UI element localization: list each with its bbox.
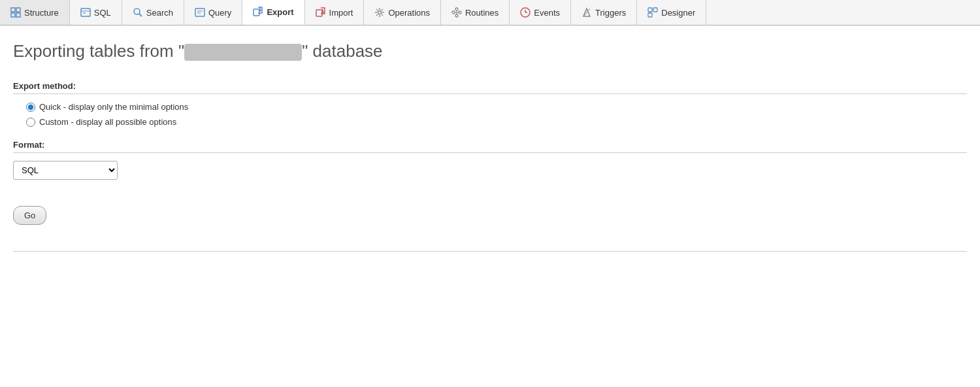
- operations-icon: [374, 7, 385, 18]
- tab-query[interactable]: Query: [184, 0, 242, 25]
- svg-line-8: [139, 14, 142, 16]
- tab-structure-label: Structure: [24, 8, 59, 18]
- radio-quick[interactable]: Quick - display only the minimal options: [26, 102, 967, 112]
- svg-point-7: [134, 8, 140, 14]
- tab-triggers-label: Triggers: [595, 8, 626, 18]
- sql-icon: [80, 7, 91, 18]
- export-method-radio-group: Quick - display only the minimal options…: [13, 102, 967, 127]
- svg-rect-2: [11, 13, 15, 17]
- events-icon: [520, 7, 531, 18]
- tab-operations-label: Operations: [388, 8, 430, 18]
- export-method-header: Export method:: [13, 81, 967, 94]
- main-content: Exporting tables from "" database Export…: [0, 25, 980, 252]
- bottom-divider: [13, 251, 967, 252]
- search-icon: [133, 7, 143, 18]
- tab-sql-label: SQL: [94, 8, 111, 18]
- svg-rect-4: [81, 8, 90, 16]
- svg-rect-3: [16, 13, 20, 17]
- designer-icon: [647, 7, 658, 18]
- tab-import-label: Import: [329, 8, 353, 18]
- tab-search-label: Search: [146, 8, 173, 18]
- tab-routines[interactable]: Routines: [441, 0, 510, 25]
- radio-custom-input[interactable]: [26, 118, 35, 127]
- format-header: Format:: [13, 140, 967, 153]
- import-icon: [316, 7, 326, 18]
- tab-events[interactable]: Events: [510, 0, 571, 25]
- svg-point-27: [459, 11, 461, 14]
- tab-sql[interactable]: SQL: [70, 0, 122, 25]
- tab-designer-label: Designer: [661, 8, 695, 18]
- structure-icon: [10, 7, 21, 18]
- title-prefix: Exporting tables from ": [13, 41, 184, 61]
- svg-point-25: [452, 11, 455, 14]
- tab-bar: Structure SQL Search Query Expor: [0, 0, 980, 25]
- svg-line-23: [382, 9, 383, 10]
- radio-quick-input[interactable]: [26, 103, 35, 112]
- svg-point-16: [378, 11, 382, 14]
- tab-search[interactable]: Search: [122, 0, 184, 25]
- svg-rect-36: [648, 8, 652, 12]
- svg-point-28: [455, 14, 458, 17]
- svg-rect-1: [16, 8, 20, 12]
- svg-point-26: [455, 8, 458, 10]
- svg-line-22: [382, 14, 383, 16]
- svg-rect-0: [11, 8, 15, 12]
- tab-routines-label: Routines: [465, 8, 498, 18]
- svg-rect-14: [316, 10, 322, 16]
- tab-structure[interactable]: Structure: [0, 0, 70, 25]
- go-button[interactable]: Go: [13, 206, 46, 225]
- tab-events-label: Events: [534, 8, 560, 18]
- tab-query-label: Query: [208, 8, 231, 18]
- radio-custom[interactable]: Custom - display all possible options: [26, 117, 967, 127]
- triggers-icon: [581, 7, 592, 18]
- routines-icon: [451, 7, 462, 18]
- query-icon: [195, 7, 205, 18]
- format-select[interactable]: SQL CSV JSON XML Excel ODS PDF LaTeX Med…: [13, 161, 118, 180]
- radio-custom-label: Custom - display all possible options: [39, 117, 176, 127]
- tab-operations[interactable]: Operations: [364, 0, 441, 25]
- format-section: Format: SQL CSV JSON XML Excel ODS PDF L…: [13, 140, 967, 180]
- tab-triggers[interactable]: Triggers: [571, 0, 637, 25]
- svg-rect-38: [648, 13, 652, 17]
- export-method-section: Export method: Quick - display only the …: [13, 81, 967, 127]
- db-name-redacted: [184, 44, 302, 61]
- export-icon: [253, 7, 263, 17]
- tab-export[interactable]: Export: [242, 0, 304, 25]
- title-suffix: " database: [302, 41, 382, 61]
- page-title: Exporting tables from "" database: [13, 41, 967, 61]
- tab-export-label: Export: [267, 7, 293, 17]
- tab-designer[interactable]: Designer: [637, 0, 706, 25]
- svg-line-21: [376, 9, 378, 10]
- svg-rect-9: [195, 8, 204, 16]
- svg-line-24: [376, 14, 378, 16]
- svg-rect-37: [653, 8, 657, 12]
- tab-import[interactable]: Import: [305, 0, 365, 25]
- radio-quick-label: Quick - display only the minimal options: [39, 102, 188, 112]
